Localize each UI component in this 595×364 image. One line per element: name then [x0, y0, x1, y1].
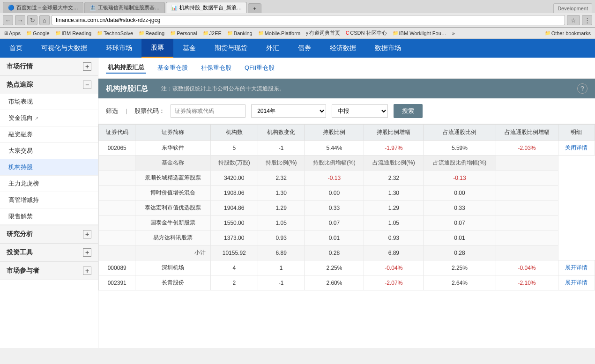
tab-1[interactable]: 🔵百度知道－全球最大中文…	[3, 2, 83, 13]
reload-button[interactable]: ↻	[27, 15, 37, 25]
period-select[interactable]: 中报 年报 一季报 三季报	[332, 104, 388, 118]
detail-col-header: 持股比例增幅(%)	[305, 156, 364, 171]
detail-ratio: 2.32	[258, 171, 305, 186]
col-header-ratio: 持股比例	[305, 125, 364, 141]
site-navigation: 首页 可视化与大数据 环球市场 股票 基金 期货与现货 外汇 债券 经济数据 数…	[0, 39, 595, 58]
sidebar-research-label: 研究分析	[7, 230, 33, 238]
table-row: 002391 长青股份 2 -1 2.60% -2.07% 2.64% -2.1…	[99, 275, 595, 290]
detail-shares: 1373.00	[210, 230, 258, 245]
bookmark-youdao[interactable]: y有道词典首页	[305, 29, 342, 37]
sidebar-item-tiger[interactable]: 主力龙虎榜	[0, 176, 98, 192]
nav-futures[interactable]: 期货与现货	[205, 39, 257, 57]
cell-name: 东华软件	[135, 141, 210, 156]
sidebar-market-header[interactable]: 市场行情 +	[0, 58, 98, 75]
detail-float-ratio: 1.05	[364, 215, 424, 230]
bookmarks-bar: ⊞Apps 📁Google 📁IBM Reading 📁TechnoSolve …	[0, 28, 595, 39]
detail-shares: 1904.86	[210, 201, 258, 215]
sub-tab-fund-heavy[interactable]: 基金重仓股	[156, 63, 190, 73]
bookmark-ibm-reading[interactable]: 📁IBM Reading	[54, 30, 93, 37]
cell-float-ratio: 2.25%	[424, 260, 496, 275]
sidebar-hotspot-header[interactable]: 热点追踪 −	[0, 76, 98, 94]
detail-fund-name: 泰达宏利市值优选股票	[135, 201, 210, 215]
year-select[interactable]: 2014年 2013年 2012年 2011年	[251, 104, 326, 118]
home-button[interactable]: ⌂	[39, 15, 50, 25]
detail-fund-name: 博时价值增长混合	[135, 186, 210, 201]
sidebar-market-label: 市场行情	[7, 62, 33, 71]
detail-ratio-change: 0.01	[305, 230, 364, 245]
sidebar-hotspot-collapse-icon[interactable]: −	[83, 81, 91, 89]
bookmark-ibm-worklight[interactable]: 📁IBM Worklight Fou…	[391, 30, 448, 37]
sidebar-item-block-trade[interactable]: 大宗交易	[0, 143, 98, 159]
cell-action[interactable]: 展开详情	[558, 275, 595, 290]
tab-3[interactable]: 📊机构持股_数据平台_新浪…	[166, 2, 247, 13]
detail-shares: 1908.06	[210, 186, 258, 201]
stock-code-input[interactable]	[171, 104, 245, 118]
detail-float-change: 0.07	[424, 215, 496, 230]
sidebar-item-institutional[interactable]: 机构持股	[0, 159, 98, 176]
col-header-name: 证券简称	[135, 125, 210, 141]
cell-count: 4	[210, 260, 258, 275]
sidebar-market-expand-icon[interactable]: +	[83, 62, 91, 71]
nav-data-market[interactable]: 数据市场	[365, 39, 410, 57]
tab-new[interactable]: +	[248, 3, 261, 13]
address-bar[interactable]	[52, 15, 565, 25]
section-title: 机构持股汇总	[106, 84, 148, 93]
nav-visualization[interactable]: 可视化与大数据	[32, 39, 97, 57]
nav-stocks[interactable]: 股票	[141, 39, 173, 58]
bookmark-other[interactable]: 📁Other bookmarks	[543, 30, 592, 37]
search-button[interactable]: 搜索	[394, 104, 423, 118]
sub-tab-institutional-summary[interactable]: 机构持股汇总	[106, 62, 146, 74]
detail-col-header: 占流通股比例增幅(%)	[424, 156, 496, 171]
cell-ratio: 2.25%	[305, 260, 364, 275]
tab-2[interactable]: 🏦工银瑞信高端制造股票基…	[84, 2, 165, 13]
bookmark-more[interactable]: »	[451, 30, 456, 37]
detail-col-header: 占流通股比例(%)	[364, 156, 424, 171]
nav-bonds[interactable]: 债券	[289, 39, 320, 57]
sidebar-participants-expand-icon[interactable]: +	[83, 267, 91, 275]
bookmark-mobile[interactable]: 📁Mobile.Platform	[257, 30, 302, 37]
sub-tab-social-security[interactable]: 社保重仓股	[199, 63, 233, 73]
subtotal-float-ratio: 6.89	[364, 245, 424, 260]
cell-float-change: -0.04%	[496, 260, 558, 275]
extensions-button[interactable]: ☆	[567, 15, 580, 25]
detail-float-ratio: 0.93	[364, 230, 424, 245]
forward-button[interactable]: →	[15, 15, 25, 25]
detail-float-change: -0.13	[424, 171, 496, 186]
bookmark-reading[interactable]: 📁Reading	[137, 30, 166, 37]
nav-funds[interactable]: 基金	[173, 39, 205, 57]
cell-code: 000089	[99, 260, 135, 275]
help-icon[interactable]: ?	[577, 83, 588, 94]
bookmark-j2ee[interactable]: 📁J2EE	[201, 30, 223, 37]
detail-data-row: 景顺长城精选蓝筹股票 3420.00 2.32 -0.13 2.32 -0.13	[99, 171, 595, 186]
bookmark-technosolve[interactable]: 📁TechnoSolve	[96, 30, 134, 37]
bookmark-personal[interactable]: 📁Personal	[169, 30, 198, 37]
nav-economic-data[interactable]: 经济数据	[320, 39, 365, 57]
nav-global-market[interactable]: 环球市场	[97, 39, 141, 57]
sidebar-research-header[interactable]: 研究分析 +	[0, 225, 98, 243]
sidebar-tools-expand-icon[interactable]: +	[83, 248, 91, 257]
sub-tab-qfii[interactable]: QFII重仓股	[243, 63, 276, 73]
sidebar-research-expand-icon[interactable]: +	[83, 230, 91, 238]
sidebar-item-restricted[interactable]: 限售解禁	[0, 208, 98, 225]
sidebar-item-mgmt-trade[interactable]: 高管增减持	[0, 192, 98, 208]
sidebar-item-fund-flow[interactable]: 资金流向 ↗	[0, 110, 98, 126]
nav-home[interactable]: 首页	[0, 39, 32, 57]
bookmark-apps[interactable]: ⊞Apps	[3, 30, 22, 37]
institutional-table: 证券代码 证券简称 机构数 机构数变化 持股比例 持股比例增幅 占流通股比例 占…	[98, 124, 595, 290]
sidebar-item-market-performance[interactable]: 市场表现	[0, 94, 98, 110]
back-button[interactable]: ←	[3, 15, 13, 25]
sidebar-item-margin[interactable]: 融资融券	[0, 126, 98, 143]
cell-action[interactable]: 展开详情	[558, 260, 595, 275]
sidebar-participants-header[interactable]: 市场参与者 +	[0, 262, 98, 280]
bookmark-csdn[interactable]: CCSDN 社区中心	[344, 29, 388, 37]
nav-forex[interactable]: 外汇	[257, 39, 289, 57]
external-link-icon: ↗	[35, 116, 38, 121]
detail-col-header: 持股比例(%)	[258, 156, 305, 171]
bookmark-banking[interactable]: 📁Banking	[226, 30, 254, 37]
bookmark-google[interactable]: 📁Google	[25, 30, 51, 37]
cell-action[interactable]: 关闭详情	[558, 141, 595, 156]
sidebar-tools-header[interactable]: 投资工具 +	[0, 244, 98, 261]
content-wrapper: 市场行情 + 热点追踪 − 市场表现 资金流向 ↗ 融资融券 大宗交易 机构持股…	[0, 58, 595, 348]
subtotal-row: 小计 10155.92 6.89 0.28 6.89 0.28	[99, 245, 595, 260]
bookmark-button[interactable]: ⋮	[582, 15, 592, 25]
